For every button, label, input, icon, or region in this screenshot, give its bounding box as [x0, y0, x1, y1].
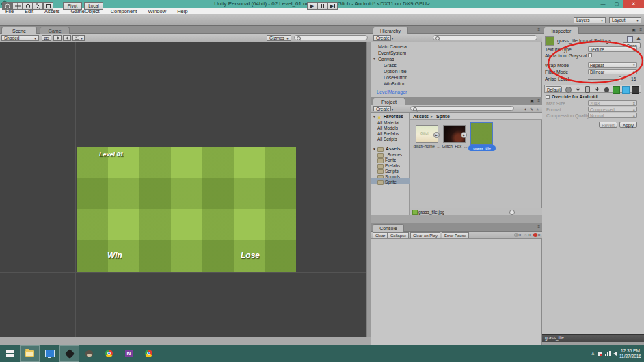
- favorites-all-scripts[interactable]: All Scripts: [377, 136, 397, 142]
- texture-type-dropdown[interactable]: Texture: [588, 46, 637, 52]
- taskbar-chrome[interactable]: [99, 345, 119, 362]
- lose-button-text[interactable]: Lose: [241, 251, 260, 260]
- hierarchy-item-levelmanager[interactable]: LevelManager: [377, 89, 407, 95]
- aniso-slider-knob[interactable]: [619, 76, 621, 81]
- hierarchy-item-main-camera[interactable]: Main Camera: [378, 44, 407, 50]
- network-icon[interactable]: [605, 351, 611, 356]
- move-tool-button[interactable]: [12, 2, 23, 10]
- console-menu-icon[interactable]: ≡: [537, 225, 540, 229]
- web-player-icon[interactable]: [564, 86, 572, 93]
- scale-tool-button[interactable]: [33, 2, 43, 10]
- taskbar-clock[interactable]: 12:35 PM 11/27/2016: [619, 348, 641, 359]
- scene-search-input[interactable]: [294, 35, 368, 40]
- project-lock-icon[interactable]: ▣: [530, 98, 534, 103]
- tab-console[interactable]: Console: [373, 224, 404, 232]
- scene-vscrollbar[interactable]: [366, 42, 371, 337]
- taskbar-onenote[interactable]: N: [119, 345, 139, 362]
- max-size-dropdown[interactable]: 2048: [588, 100, 637, 106]
- taskbar-gimp[interactable]: [79, 345, 99, 362]
- menu-window[interactable]: Window: [142, 8, 172, 14]
- gizmos-dropdown[interactable]: Gizmos: [267, 35, 291, 41]
- console-collapse-button[interactable]: Collapse: [388, 232, 409, 238]
- hierarchy-item-eventsystem[interactable]: EventSystem: [378, 50, 406, 56]
- inspector-menu-icon[interactable]: ≡: [639, 27, 642, 31]
- minimize-button[interactable]: —: [596, 0, 610, 8]
- step-button[interactable]: ▶: [327, 2, 338, 10]
- hierarchy-item-grass[interactable]: Grass: [384, 62, 397, 68]
- foldout-open-icon[interactable]: ▼: [373, 57, 376, 61]
- start-button[interactable]: [0, 345, 20, 362]
- hierarchy-item-losebutton[interactable]: LoseButton: [384, 74, 407, 81]
- breadcrumb-root[interactable]: Assets: [413, 113, 429, 120]
- filter-mode-dropdown[interactable]: Bilinear: [588, 69, 637, 74]
- hierarchy-menu-icon[interactable]: ≡: [537, 27, 540, 31]
- pivot-toggle-button[interactable]: Pivot: [63, 2, 82, 10]
- console-platform-icon[interactable]: [631, 86, 639, 93]
- iphone-icon[interactable]: [583, 86, 591, 93]
- asset-thumb-glitch-fox[interactable]: ▶: [443, 125, 466, 143]
- rect-tool-button[interactable]: [43, 2, 53, 10]
- win-button-text[interactable]: Win: [107, 251, 122, 260]
- platform-default-tab[interactable]: Default: [546, 86, 562, 92]
- menu-component[interactable]: Component: [105, 8, 143, 14]
- hierarchy-search-input[interactable]: [433, 35, 537, 40]
- asset-preview-badge-icon[interactable]: ▶: [461, 132, 467, 138]
- apply-button[interactable]: Apply: [619, 122, 637, 128]
- folder-sprite-selected[interactable]: Sprite: [371, 178, 410, 184]
- preview-header[interactable]: grass_tile: [542, 334, 644, 342]
- tray-expand-icon[interactable]: ∧: [591, 351, 595, 357]
- project-filter-type-icon[interactable]: ✦: [524, 107, 527, 111]
- scene-hscrollbar[interactable]: [0, 337, 371, 345]
- thumb-size-slider-knob[interactable]: [509, 210, 515, 215]
- pause-button[interactable]: [317, 2, 327, 10]
- menu-help[interactable]: Help: [172, 8, 193, 14]
- project-filter-label-icon[interactable]: ✎: [530, 107, 533, 111]
- asset-label-grass-tile-selected[interactable]: grass_tile: [468, 145, 496, 151]
- layers-dropdown[interactable]: Layers: [574, 17, 606, 23]
- alpha-grayscale-checkbox[interactable]: [588, 53, 592, 57]
- compression-quality-dropdown[interactable]: Normal: [588, 113, 637, 118]
- hierarchy-item-canvas[interactable]: Canvas: [378, 56, 394, 62]
- grass-canvas-object[interactable]: Level 01 Win Lose: [77, 147, 296, 272]
- layout-dropdown[interactable]: Layout: [609, 17, 641, 23]
- project-create-button[interactable]: Create: [373, 106, 391, 111]
- asset-thumb-grass-tile[interactable]: [470, 122, 493, 145]
- console-clear-button[interactable]: Clear: [373, 232, 388, 238]
- tab-project[interactable]: Project: [373, 98, 405, 105]
- taskbar-pc[interactable]: [40, 345, 59, 362]
- hierarchy-create-button[interactable]: Create: [373, 35, 391, 41]
- error-count-badge[interactable]: !0: [533, 233, 540, 237]
- taskbar-chrome-2[interactable]: [139, 345, 159, 362]
- project-menu-icon[interactable]: ≡: [537, 98, 540, 102]
- asset-label-glitch-home[interactable]: glitch-home_...: [413, 144, 441, 148]
- scene-effects-dropdown[interactable]: ▾: [72, 35, 85, 41]
- asset-label-glitch-fox[interactable]: Glitch_Fox_...: [441, 144, 468, 148]
- 2d-toggle-button[interactable]: 2D: [42, 35, 51, 41]
- taskbar-unity[interactable]: [59, 345, 79, 362]
- info-count-badge[interactable]: !0: [514, 233, 521, 237]
- play-button[interactable]: ▶: [307, 2, 317, 10]
- tizen-icon[interactable]: [621, 86, 630, 93]
- console-error-pause-button[interactable]: Error Pause: [442, 232, 469, 238]
- hand-tool-button[interactable]: [2, 2, 12, 10]
- maximize-button[interactable]: ▢: [610, 0, 623, 8]
- tab-scene[interactable]: Scene: [1, 27, 37, 34]
- tab-hierarchy[interactable]: Hierarchy: [373, 27, 408, 34]
- android-icon[interactable]: [612, 86, 620, 93]
- asset-preview-badge-icon[interactable]: ▶: [433, 132, 440, 138]
- shading-mode-dropdown[interactable]: Shaded: [1, 35, 39, 41]
- asset-thumb-glitch-home[interactable]: Glitch ▶: [416, 125, 438, 143]
- close-button[interactable]: ✕: [623, 0, 644, 8]
- tab-game[interactable]: Game: [40, 27, 70, 34]
- action-center-flag-icon[interactable]: [598, 352, 602, 356]
- local-toggle-button[interactable]: Local: [84, 2, 103, 10]
- volume-icon[interactable]: [613, 352, 617, 356]
- warning-count-badge[interactable]: ⚠0: [524, 233, 531, 237]
- rotate-tool-button[interactable]: [23, 2, 33, 10]
- ios-device-icon[interactable]: [593, 86, 601, 93]
- hierarchy-item-optiontitle[interactable]: OptionTitle: [384, 68, 407, 74]
- revert-button[interactable]: Revert: [599, 122, 617, 128]
- standalone-icon[interactable]: [574, 86, 582, 93]
- blackberry-icon[interactable]: [602, 86, 611, 93]
- gear-icon[interactable]: ✱: [636, 36, 641, 42]
